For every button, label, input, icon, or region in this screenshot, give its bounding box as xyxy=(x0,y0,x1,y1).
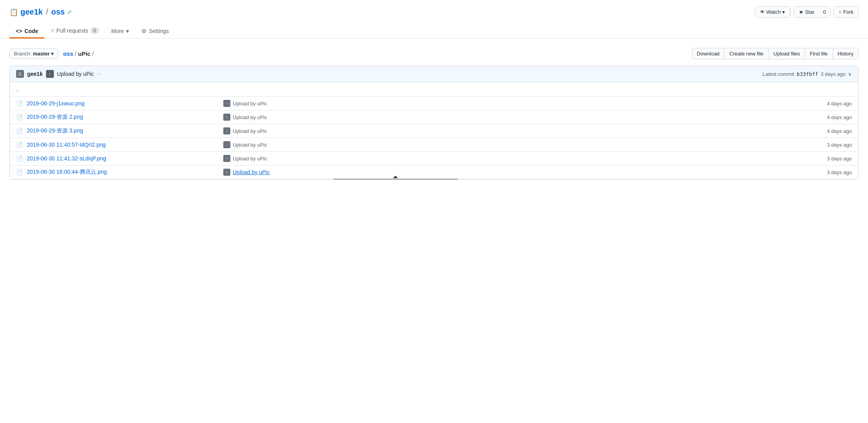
tab-more[interactable]: More ▾ xyxy=(105,25,135,39)
breadcrumb-upic: uPic xyxy=(78,50,90,57)
table-row: 📄 2019-06-29-资源 2.png ↑ Upload by uPic 4… xyxy=(10,110,858,124)
expand-icon[interactable]: ∨ xyxy=(848,71,852,77)
commit-user[interactable]: gee1k xyxy=(27,71,43,77)
fork-button[interactable]: ⑂ Fork xyxy=(834,7,858,17)
upic-small-icon: ↑ xyxy=(223,155,230,162)
parent-dir-row[interactable]: .. xyxy=(10,82,858,97)
breadcrumb-sep2: / xyxy=(92,50,94,57)
file-icon: 📄 xyxy=(16,142,23,148)
commit-header: G gee1k ↑ Upload by uPic ··· Latest comm… xyxy=(10,66,858,82)
file-commit: ↑ Upload by uPic xyxy=(223,100,805,107)
commit-time: 3 days ago xyxy=(820,71,846,77)
file-time: 4 days ago xyxy=(805,114,852,120)
repo-nav: <> Code ⑂ Pull requests 0 More ▾ ⚙ Setti… xyxy=(9,24,859,38)
file-icon: 📄 xyxy=(16,155,23,162)
file-commit-link[interactable]: Upload by uPic xyxy=(233,169,429,175)
eye-icon: 👁 xyxy=(760,9,765,15)
commit-message: Upload by uPic xyxy=(57,71,94,77)
history-button[interactable]: History xyxy=(833,48,859,59)
table-row: 📄 2019-06-30 11:41:32-sLdxjP.png ↑ Uploa… xyxy=(10,152,858,166)
file-commit: ↑ Upload by uPic xyxy=(223,114,805,121)
commit-avatar: G xyxy=(16,70,24,78)
file-icon: 📄 xyxy=(16,114,23,120)
table-row: 📄 2019-06-29-资源 3.png ↑ Upload by uPic 4… xyxy=(10,124,858,138)
find-file-button[interactable]: Find file xyxy=(805,48,833,59)
settings-icon: ⚙ xyxy=(142,28,147,34)
star-button[interactable]: ★ Star xyxy=(794,7,819,17)
file-name[interactable]: 2019-06-30 11:40:57-t4QrI2.png xyxy=(27,142,223,148)
upic-small-icon: ↑ xyxy=(223,100,230,107)
commit-hash-info: Latest commit b33fbff 3 days ago ∨ xyxy=(763,71,852,77)
path-left: Branch: master ▾ oss / uPic / xyxy=(9,48,94,59)
file-commit-message: Upload by uPic xyxy=(233,156,267,162)
header-actions: 👁 Watch ▾ ★ Star 0 ⑂ xyxy=(755,6,859,18)
file-time: 3 days ago xyxy=(805,142,852,148)
file-name[interactable]: 2019-06-29-j1xwuo.png xyxy=(27,100,223,107)
fork-icon: ⑂ xyxy=(839,9,842,15)
file-time: 4 days ago xyxy=(805,101,852,107)
star-count[interactable]: 0 xyxy=(819,7,830,17)
download-button[interactable]: Download xyxy=(692,48,725,59)
table-row: 📄 2019-06-30 16:00:44-腾讯云.png ↑ Upload b… xyxy=(10,166,858,179)
verified-icon: ✓ xyxy=(67,8,72,16)
file-name[interactable]: 2019-06-30 11:41:32-sLdxjP.png xyxy=(27,155,223,162)
repo-name[interactable]: oss xyxy=(51,7,64,17)
file-time: 3 days ago xyxy=(805,156,852,162)
file-time: 4 days ago xyxy=(805,128,852,134)
path-bar: Branch: master ▾ oss / uPic / Download C… xyxy=(9,48,859,59)
file-commit-message: Upload by uPic xyxy=(233,142,267,148)
file-commit-message: Upload by uPic xyxy=(233,101,267,107)
watch-dropdown-icon: ▾ xyxy=(782,9,785,15)
repo-separator: / xyxy=(46,7,48,17)
branch-name: master xyxy=(33,51,50,57)
tab-code[interactable]: <> Code xyxy=(9,25,44,39)
file-commit: ↑ Upload by uPic xyxy=(223,155,805,162)
file-commit: ↑ Upload by uPic xyxy=(223,141,805,148)
file-commit-message: Upload by uPic xyxy=(233,114,267,120)
file-commit-message: Upload by uPic xyxy=(233,128,267,134)
commit-info: G gee1k ↑ Upload by uPic ··· xyxy=(16,70,101,78)
star-label: Star xyxy=(805,9,815,15)
pull-requests-badge: 0 xyxy=(90,27,99,34)
tab-settings-label: Settings xyxy=(149,28,169,34)
repo-icon: 📋 xyxy=(9,8,18,17)
more-dropdown-icon: ▾ xyxy=(126,28,129,34)
path-actions: Download Create new file Upload files Fi… xyxy=(692,48,859,59)
watch-button[interactable]: 👁 Watch ▾ xyxy=(755,7,790,17)
table-row: 📄 2019-06-30 11:40:57-t4QrI2.png ↑ Uploa… xyxy=(10,138,858,152)
breadcrumb: oss / uPic / xyxy=(63,50,94,57)
file-name[interactable]: 2019-06-30 16:00:44-腾讯云.png xyxy=(27,169,223,176)
upic-small-icon: ↑ xyxy=(223,114,230,121)
latest-commit-label: Latest commit xyxy=(763,71,794,77)
tab-more-label: More xyxy=(111,28,124,34)
last-row-wrapper: 📄 2019-06-30 16:00:44-腾讯云.png ↑ Upload b… xyxy=(10,166,858,179)
commit-hash[interactable]: b33fbff xyxy=(797,71,818,77)
upic-small-icon: ↑ xyxy=(223,141,230,148)
upload-files-button[interactable]: Upload files xyxy=(768,48,805,59)
pull-request-icon: ⑂ xyxy=(51,28,54,34)
parent-dir-label: .. xyxy=(16,86,19,92)
create-new-file-button[interactable]: Create new file xyxy=(724,48,769,59)
branch-selector[interactable]: Branch: master ▾ xyxy=(9,48,58,59)
watch-label: Watch xyxy=(767,9,781,15)
upic-small-icon: ↑ xyxy=(223,127,230,134)
upic-small-icon: ↑ xyxy=(223,169,230,176)
file-name[interactable]: 2019-06-29-资源 3.png xyxy=(27,127,223,134)
file-icon: 📄 xyxy=(16,128,23,134)
upic-commit-icon: ↑ xyxy=(46,70,54,78)
tab-code-label: Code xyxy=(24,28,38,34)
commit-more-button[interactable]: ··· xyxy=(97,71,101,77)
code-icon: <> xyxy=(16,28,22,34)
file-name[interactable]: 2019-06-29-资源 2.png xyxy=(27,114,223,121)
tab-settings[interactable]: ⚙ Settings xyxy=(135,25,175,39)
tab-pull-requests-label: Pull requests xyxy=(56,28,88,34)
fork-group: ⑂ Fork xyxy=(833,6,859,18)
fork-label: Fork xyxy=(843,9,853,15)
star-group: ★ Star 0 xyxy=(794,6,830,18)
repo-owner[interactable]: gee1k xyxy=(20,7,43,17)
tab-pull-requests[interactable]: ⑂ Pull requests 0 xyxy=(44,24,105,39)
branch-label: Branch: xyxy=(14,51,31,57)
file-icon: 📄 xyxy=(16,100,23,107)
breadcrumb-oss[interactable]: oss xyxy=(63,50,73,57)
file-commit: ↑ Upload by uPic xyxy=(223,169,805,176)
